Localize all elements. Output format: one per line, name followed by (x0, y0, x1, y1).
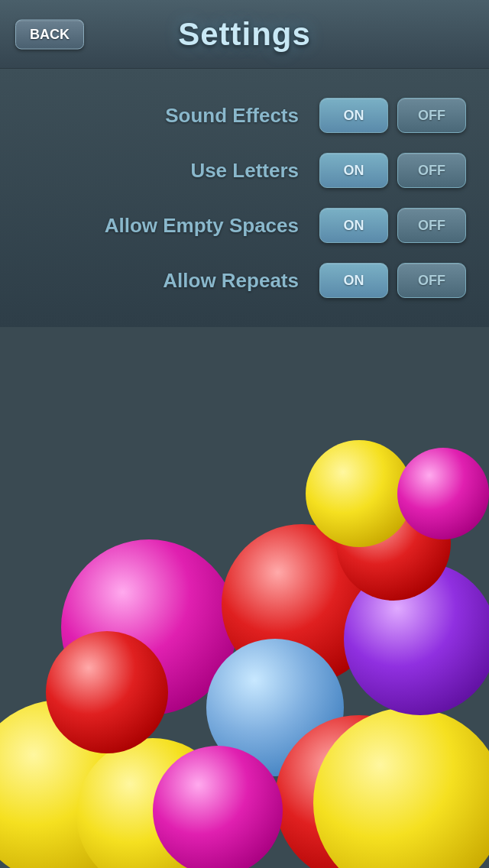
allow-repeats-on-button[interactable]: ON (319, 263, 388, 298)
allow-empty-spaces-label: Allow Empty Spaces (23, 214, 299, 238)
sound-effects-on-button[interactable]: ON (319, 98, 388, 133)
setting-row-allow-repeats: Allow Repeats ON OFF (15, 257, 474, 304)
back-button[interactable]: BACK (15, 19, 84, 49)
setting-row-allow-empty-spaces: Allow Empty Spaces ON OFF (15, 202, 474, 249)
balloon-magenta-3 (397, 448, 489, 539)
balloon-red-4 (46, 631, 168, 753)
allow-repeats-off-button[interactable]: OFF (397, 263, 466, 298)
allow-empty-spaces-off-button[interactable]: OFF (397, 208, 466, 243)
use-letters-off-button[interactable]: OFF (397, 153, 466, 188)
use-letters-label: Use Letters (23, 159, 299, 183)
allow-empty-spaces-on-button[interactable]: ON (319, 208, 388, 243)
balloon-yellow-4 (306, 440, 413, 547)
setting-row-sound-effects: Sound Effects ON OFF (15, 92, 474, 139)
sound-effects-off-button[interactable]: OFF (397, 98, 466, 133)
sound-effects-label: Sound Effects (23, 104, 299, 128)
use-letters-on-button[interactable]: ON (319, 153, 388, 188)
page-title: Settings (178, 16, 311, 53)
balloons-decoration (0, 440, 489, 868)
header: BACK Settings (0, 0, 489, 69)
setting-row-use-letters: Use Letters ON OFF (15, 147, 474, 194)
balloon-magenta-2 (153, 746, 283, 868)
allow-repeats-label: Allow Repeats (23, 269, 299, 293)
settings-area: Sound Effects ON OFF Use Letters ON OFF … (0, 69, 489, 327)
